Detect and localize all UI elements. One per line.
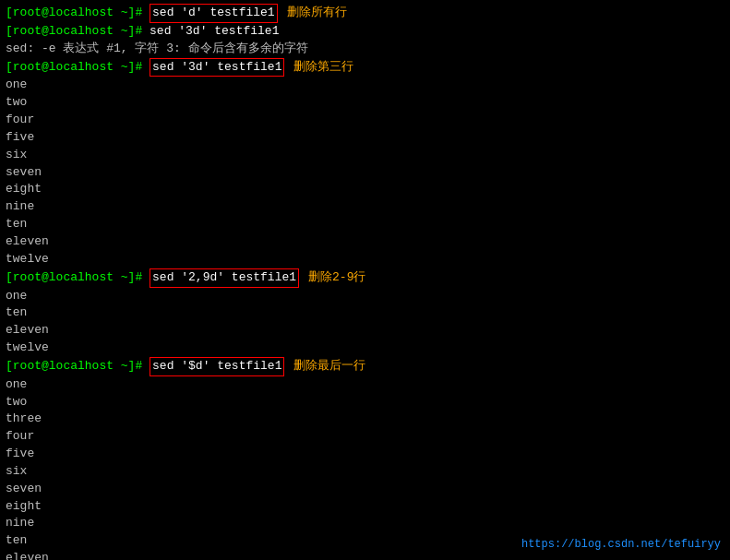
command-line-3: [root@localhost ~]# sed '3d' testfile1删除…	[6, 58, 724, 77]
annotation-4: 删除2-9行	[308, 269, 365, 287]
output-line-7: eight	[6, 181, 724, 198]
prompt-5: [root@localhost ~]#	[6, 358, 150, 375]
cmd-text-2: sed '3d' testfile1	[150, 23, 279, 41]
prompt-3: [root@localhost ~]#	[6, 59, 150, 77]
annotation-5: 删除最后一行	[293, 358, 365, 375]
output-line-19: four	[6, 428, 724, 446]
output-line-4: five	[6, 129, 724, 147]
output-line-11: twelve	[6, 251, 724, 268]
output-line-13: ten	[6, 304, 724, 322]
output-line-1: one	[6, 77, 724, 94]
output-line-20: five	[6, 446, 724, 463]
cmd-box-3: sed '3d' testfile1	[150, 58, 284, 77]
output-line-14: eleven	[6, 322, 724, 340]
prompt-2: [root@localhost ~]#	[6, 23, 150, 41]
output-line-12: one	[6, 288, 724, 305]
output-line-10: eleven	[6, 233, 724, 251]
output-line-5: six	[6, 147, 724, 164]
output-line-18: three	[6, 411, 724, 428]
output-line-16: one	[6, 376, 724, 394]
output-line-23: eight	[6, 498, 724, 516]
output-line-15: twelve	[6, 340, 724, 357]
cmd-box-1: sed 'd' testfile1	[150, 4, 278, 23]
output-line-8: nine	[6, 198, 724, 216]
annotation-1: 删除所有行	[287, 5, 347, 22]
prompt-1: [root@localhost ~]#	[6, 5, 150, 22]
watermark: https://blog.csdn.net/tefuiryy	[521, 537, 721, 553]
output-line-17: two	[6, 394, 724, 411]
output-line-21: six	[6, 463, 724, 481]
command-line-1: [root@localhost ~]# sed 'd' testfile1删除所…	[6, 4, 724, 23]
output-line-24: nine	[6, 515, 724, 532]
command-line-5: [root@localhost ~]# sed '$d' testfile1删除…	[6, 357, 724, 376]
command-line-4: [root@localhost ~]# sed '2,9d' testfile1…	[6, 268, 724, 288]
output-line-6: seven	[6, 164, 724, 182]
prompt-4: [root@localhost ~]#	[6, 269, 150, 287]
output-line-2: two	[6, 94, 724, 112]
annotation-3: 删除第三行	[293, 59, 353, 77]
command-line-2: [root@localhost ~]# sed '3d' testfile1	[6, 23, 724, 41]
output-line-9: ten	[6, 216, 724, 233]
cmd-box-5: sed '$d' testfile1	[150, 357, 284, 376]
output-line-3: four	[6, 112, 724, 129]
error-line-1: sed: -e 表达式 #1, 字符 3: 命令后含有多余的字符	[6, 41, 724, 58]
cmd-box-4: sed '2,9d' testfile1	[150, 268, 299, 288]
terminal: [root@localhost ~]# sed 'd' testfile1删除所…	[0, 0, 730, 560]
output-line-22: seven	[6, 481, 724, 498]
error-text-1: sed: -e 表达式 #1, 字符 3: 命令后含有多余的字符	[6, 41, 308, 58]
